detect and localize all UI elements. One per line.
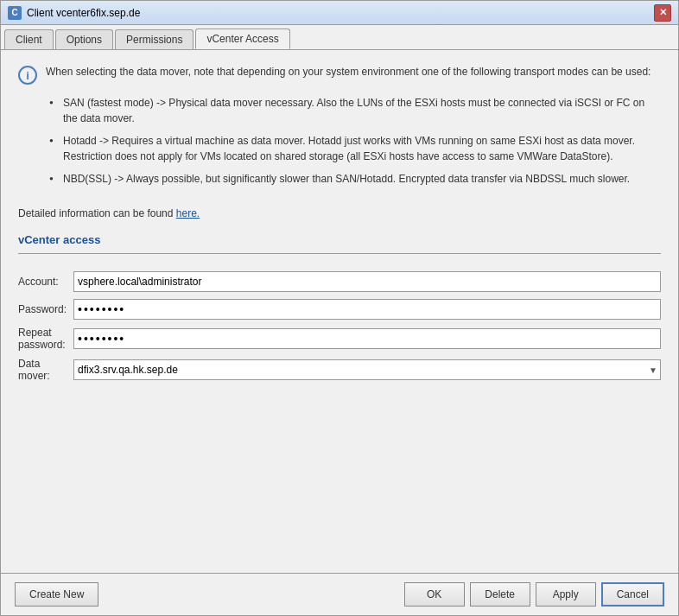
title-bar-left: C Client vcenter6fix.sep.de [8,6,140,20]
bullet-item-hotadd: Hotadd -> Requires a virtual machine as … [49,133,661,164]
repeat-password-input[interactable] [73,328,661,349]
create-new-button[interactable]: Create New [15,582,98,606]
account-cell [73,268,661,295]
repeat-password-cell [73,323,661,354]
apply-button[interactable]: Apply [536,582,596,606]
main-window: C Client vcenter6fix.sep.de ✕ Client Opt… [0,0,679,616]
password-cell [73,295,661,323]
account-label: Account: [18,268,73,295]
vcenter-access-header: vCenter access [18,233,661,246]
form-table: Account: Password: Repeat password: Data… [18,268,661,385]
delete-button[interactable]: Delete [470,582,530,606]
tab-permissions[interactable]: Permissions [115,29,194,49]
detail-prefix: Detailed information can be found [18,207,176,219]
title-bar: C Client vcenter6fix.sep.de ✕ [1,1,678,25]
data-mover-cell: dfix3.srv.qa.hk.sep.de ▼ [73,354,661,385]
info-section: i When selecting the data mover, note th… [18,64,661,194]
tab-vcenter-access[interactable]: vCenter Access [195,29,289,49]
repeat-password-label: Repeat password: [18,323,73,354]
data-mover-wrapper: dfix3.srv.qa.hk.sep.de ▼ [73,359,661,380]
close-button[interactable]: ✕ [654,4,671,22]
content-area: i When selecting the data mover, note th… [1,50,678,573]
app-icon: C [8,6,22,20]
account-row: Account: [18,268,661,295]
section-divider [18,253,661,254]
tabs-bar: Client Options Permissions vCenter Acces… [1,25,678,50]
bullet-item-san: SAN (fastest mode) -> Physical data move… [49,95,661,126]
intro-paragraph: When selecting the data mover, note that… [46,64,661,79]
footer: Create New OK Delete Apply Cancel [1,573,678,615]
info-icon: i [18,66,37,85]
repeat-password-row: Repeat password: [18,323,661,354]
ok-button[interactable]: OK [404,582,465,606]
info-text: When selecting the data mover, note that… [46,64,661,194]
bullet-list: SAN (fastest mode) -> Physical data move… [49,95,661,187]
window-title: Client vcenter6fix.sep.de [27,7,140,19]
detail-link-line: Detailed information can be found here. [18,207,661,219]
tab-client[interactable]: Client [4,29,54,49]
password-label: Password: [18,295,73,323]
data-mover-row: Data mover: dfix3.srv.qa.hk.sep.de ▼ [18,354,661,385]
cancel-button[interactable]: Cancel [601,582,664,606]
password-row: Password: [18,295,661,323]
footer-right: OK Delete Apply Cancel [404,582,664,606]
password-input[interactable] [73,299,661,320]
data-mover-label: Data mover: [18,354,73,385]
footer-left: Create New [15,582,98,606]
tab-options[interactable]: Options [55,29,113,49]
account-input[interactable] [73,271,661,292]
data-mover-select[interactable]: dfix3.srv.qa.hk.sep.de [73,359,661,380]
bullet-item-nbd: NBD(SSL) -> Always possible, but signifi… [49,171,661,187]
detail-link[interactable]: here. [176,207,200,219]
